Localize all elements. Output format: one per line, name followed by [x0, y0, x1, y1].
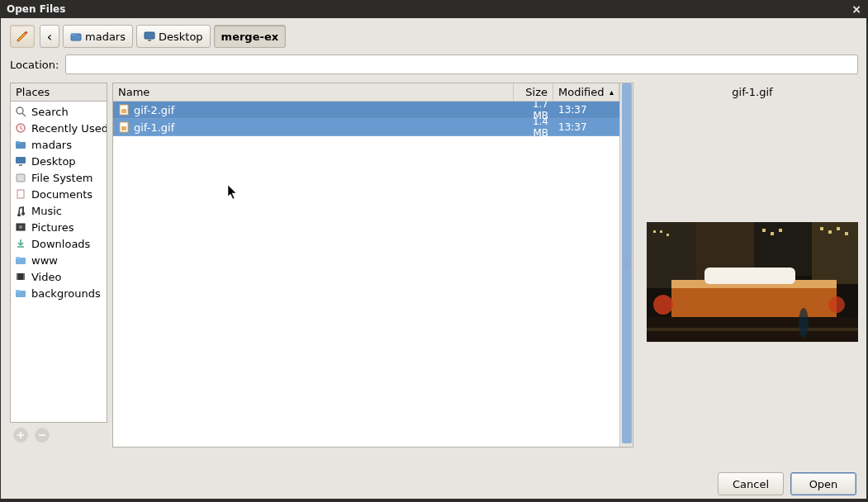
svg-rect-9 [16, 141, 20, 144]
svg-rect-36 [762, 229, 766, 232]
search-icon [14, 105, 27, 118]
file-row[interactable]: gif-1.gif 1.4 MB 13:37 [113, 119, 619, 136]
plus-icon [17, 431, 25, 439]
preview-filename: gif-1.gif [732, 86, 772, 98]
file-table-body[interactable]: gif-2.gif 1.7 MB 13:37 gif-1.gif 1.4 MB … [113, 102, 619, 447]
file-pane: Name Size Modified▴ gif-2.gif 1.7 MB 13:… [112, 83, 633, 448]
toolbar: ‹ madars Desktop merge-ex [0, 18, 868, 54]
svg-rect-49 [647, 328, 858, 331]
svg-rect-4 [148, 40, 151, 41]
svg-rect-37 [771, 232, 774, 235]
svg-rect-25 [121, 109, 126, 113]
svg-rect-11 [19, 164, 22, 166]
svg-line-6 [22, 113, 26, 116]
cancel-button[interactable]: Cancel [718, 472, 784, 495]
places-sidebar: Places Search Recently Used madars Deskt… [10, 83, 107, 423]
breadcrumb-merge-ex[interactable]: merge-ex [214, 25, 287, 48]
svg-point-48 [828, 296, 845, 313]
documents-icon [14, 187, 27, 201]
file-table: Name Size Modified▴ gif-2.gif 1.7 MB 13:… [113, 83, 619, 447]
svg-rect-10 [16, 157, 26, 163]
close-icon[interactable]: × [851, 2, 861, 16]
dialog-buttons: Cancel Open [718, 472, 856, 495]
image-file-icon [118, 104, 130, 116]
place-file-system[interactable]: File System [11, 169, 107, 186]
add-bookmark-button[interactable] [13, 428, 28, 443]
titlebar: Open Files × [0, 0, 868, 18]
folder-icon [14, 287, 27, 300]
svg-rect-23 [16, 290, 20, 292]
svg-rect-21 [23, 273, 25, 280]
vertical-scrollbar[interactable]: ⋮ [619, 83, 633, 447]
downloads-icon [14, 237, 27, 250]
svg-rect-13 [17, 190, 24, 198]
column-modified[interactable]: Modified▴ [553, 83, 619, 101]
image-file-icon [118, 121, 130, 133]
music-icon [14, 204, 27, 217]
places-header: Places [11, 83, 107, 102]
svg-rect-45 [704, 268, 795, 284]
monitor-icon [14, 154, 27, 168]
preview-image [647, 222, 858, 342]
column-name[interactable]: Name [113, 83, 514, 101]
folder-home-icon [70, 31, 82, 42]
main-area: Places Search Recently Used madars Deskt… [0, 83, 868, 448]
place-music[interactable]: Music [11, 202, 107, 219]
column-size[interactable]: Size [514, 83, 553, 101]
svg-rect-2 [71, 33, 75, 36]
svg-rect-32 [812, 222, 858, 284]
places-list: Search Recently Used madars Desktop File… [11, 102, 107, 422]
breadcrumb-madars[interactable]: madars [63, 25, 133, 48]
svg-rect-18 [16, 257, 20, 259]
monitor-icon [144, 31, 155, 42]
preview-pane: gif-1.gif [638, 83, 858, 448]
breadcrumb-back-button[interactable]: ‹ [40, 25, 59, 48]
place-madars[interactable]: madars [11, 136, 107, 153]
place-www[interactable]: www [11, 252, 107, 268]
svg-point-15 [19, 225, 22, 229]
edit-path-button[interactable] [10, 25, 35, 48]
breadcrumb-desktop[interactable]: Desktop [136, 25, 211, 48]
video-icon [14, 270, 27, 283]
location-input[interactable] [65, 54, 858, 74]
svg-point-50 [799, 308, 809, 338]
svg-rect-39 [820, 227, 823, 230]
svg-point-5 [17, 107, 23, 114]
place-pictures[interactable]: Pictures [11, 219, 107, 235]
place-documents[interactable]: Documents [11, 186, 107, 202]
svg-rect-34 [660, 230, 662, 233]
svg-rect-33 [653, 230, 656, 233]
svg-rect-3 [145, 32, 154, 39]
svg-rect-38 [779, 229, 782, 232]
location-row: Location: [0, 54, 868, 83]
places-footer [10, 423, 107, 448]
place-desktop[interactable]: Desktop [11, 153, 107, 169]
svg-rect-41 [837, 227, 840, 230]
place-downloads[interactable]: Downloads [11, 235, 107, 252]
pictures-icon [14, 220, 27, 234]
place-video[interactable]: Video [11, 268, 107, 285]
disk-icon [14, 171, 27, 184]
svg-rect-42 [845, 232, 848, 235]
place-backgrounds[interactable]: backgrounds [11, 285, 107, 301]
open-button[interactable]: Open [790, 472, 856, 495]
sort-asc-icon: ▴ [609, 88, 614, 97]
remove-bookmark-button[interactable] [35, 428, 50, 443]
minus-icon [38, 431, 46, 439]
svg-point-47 [653, 295, 673, 315]
place-recently-used[interactable]: Recently Used [11, 120, 107, 136]
recent-icon [14, 121, 27, 135]
folder-home-icon [14, 138, 27, 151]
pencil-icon [16, 30, 29, 43]
svg-rect-12 [17, 174, 25, 182]
breadcrumb: ‹ madars Desktop merge-ex [40, 25, 286, 48]
location-label: Location: [10, 59, 59, 71]
svg-rect-35 [666, 234, 669, 236]
svg-rect-20 [17, 273, 18, 280]
pane-grip-icon[interactable]: ⋮ [623, 258, 631, 267]
place-search[interactable]: Search [11, 103, 107, 120]
svg-rect-27 [121, 126, 126, 130]
folder-icon [14, 253, 27, 267]
window-title: Open Files [7, 3, 65, 15]
file-table-header: Name Size Modified▴ [113, 83, 619, 102]
